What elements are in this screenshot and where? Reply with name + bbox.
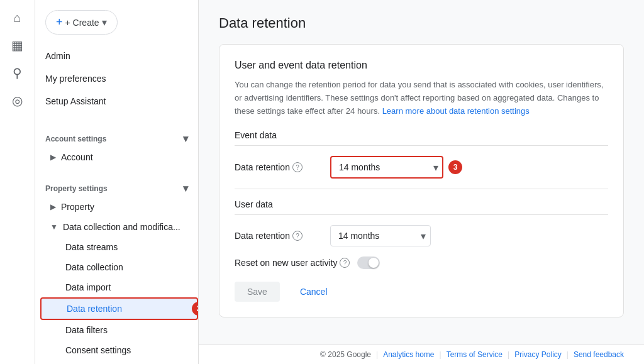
card-title: User and event data retention — [235, 60, 608, 71]
account-settings-caret-icon: ▾ — [183, 133, 188, 145]
reset-activity-help-icon[interactable]: ? — [340, 258, 350, 268]
data-collection-subitems: Data streams Data collection Data import… — [35, 237, 198, 360]
property-settings-header[interactable]: Property settings ▾ — [35, 177, 198, 197]
data-collection-arrow-icon: ▼ — [50, 223, 58, 231]
data-retention-wrapper: Data retention 2 — [40, 297, 198, 320]
cancel-button[interactable]: Cancel — [287, 282, 340, 302]
sidebar-item-admin[interactable]: Admin — [35, 45, 198, 67]
page-footer: © 2025 Google | Analytics home | Terms o… — [199, 345, 644, 364]
section-divider — [235, 189, 608, 189]
step-3-badge: 3 — [448, 160, 462, 174]
action-buttons: Save Cancel — [235, 282, 608, 302]
data-collection-label: Data collection and modifica... — [63, 222, 180, 232]
icon-rail: ⌂ ▦ ⚲ ◎ — [0, 0, 35, 364]
user-data-retention-row: Data retention ? 2 months 14 months 26 m… — [235, 225, 608, 246]
plus-icon: + — [56, 16, 63, 29]
sidebar-item-consent-settings[interactable]: Consent settings — [40, 340, 198, 360]
user-retention-dropdown-wrapper: 2 months 14 months 26 months 38 months 5… — [330, 225, 431, 246]
user-data-label: User data — [235, 199, 608, 215]
property-settings-caret-icon: ▾ — [183, 182, 188, 194]
card-description: You can change the retention period for … — [235, 79, 608, 118]
sidebar-item-data-filters[interactable]: Data filters — [40, 320, 198, 340]
analytics-home-link[interactable]: Analytics home — [383, 350, 434, 359]
reset-activity-toggle[interactable] — [357, 256, 380, 269]
sidebar-item-data-retention[interactable]: Data retention — [40, 297, 198, 320]
property-arrow-icon: ▶ — [50, 202, 56, 211]
sidebar-item-data-collection-sub[interactable]: Data collection — [40, 257, 198, 277]
account-label: Account — [61, 152, 93, 162]
sidebar-item-preferences[interactable]: My preferences — [35, 67, 198, 90]
sidebar-header: + + Create ▾ — [35, 0, 198, 40]
user-retention-help-icon[interactable]: ? — [292, 231, 303, 241]
copyright-text: © 2025 Google — [320, 350, 371, 359]
privacy-policy-link[interactable]: Privacy Policy — [514, 350, 562, 359]
reports-nav-icon[interactable]: ▦ — [5, 33, 30, 58]
account-settings-label: Account settings — [45, 135, 106, 143]
home-nav-icon[interactable]: ⌂ — [5, 5, 30, 30]
reset-activity-row: Reset on new user activity ? — [235, 256, 608, 269]
terms-of-service-link[interactable]: Terms of Service — [447, 350, 502, 359]
create-chevron-icon: ▾ — [102, 16, 107, 28]
create-label: + Create — [65, 18, 99, 28]
send-feedback-link[interactable]: Send feedback — [574, 350, 624, 359]
account-arrow-icon: ▶ — [50, 153, 56, 162]
account-settings-header[interactable]: Account settings ▾ — [35, 128, 198, 147]
event-retention-field-label: Data retention ? — [235, 162, 323, 172]
main-content: Data retention User and event data reten… — [199, 0, 644, 364]
sidebar-nav: Admin My preferences Setup Assistant — [35, 40, 198, 118]
advertising-nav-icon[interactable]: ◎ — [5, 88, 30, 113]
sidebar-item-data-import[interactable]: Data import — [40, 277, 198, 297]
event-retention-select[interactable]: 2 months 14 months 26 months 38 months 5… — [330, 156, 443, 179]
sidebar-item-data-streams[interactable]: Data streams — [40, 237, 198, 257]
create-button[interactable]: + + Create ▾ — [45, 10, 118, 35]
sidebar: + + Create ▾ Admin My preferences Setup … — [35, 0, 199, 364]
event-data-label: Event data — [235, 130, 608, 146]
sidebar-item-account[interactable]: ▶ Account — [35, 147, 198, 167]
property-settings-label: Property settings — [45, 184, 108, 193]
reset-activity-label: Reset on new user activity ? — [235, 258, 350, 268]
event-retention-help-icon[interactable]: ? — [292, 162, 303, 172]
save-button[interactable]: Save — [235, 282, 280, 302]
retention-card: User and event data retention You can ch… — [219, 44, 624, 317]
user-retention-select[interactable]: 2 months 14 months 26 months 38 months 5… — [330, 225, 431, 246]
page-title: Data retention — [219, 15, 624, 31]
sidebar-item-data-collection[interactable]: ▼ Data collection and modifica... — [35, 217, 198, 237]
sidebar-item-data-display[interactable]: ▶ Data display — [35, 360, 198, 364]
event-retention-dropdown-wrapper: 2 months 14 months 26 months 38 months 5… — [330, 156, 443, 179]
explore-nav-icon[interactable]: ⚲ — [5, 60, 30, 85]
sidebar-item-property[interactable]: ▶ Property — [35, 197, 198, 217]
user-retention-field-label: Data retention ? — [235, 231, 323, 241]
property-label: Property — [61, 202, 94, 212]
event-data-retention-row: Data retention ? 2 months 14 months 26 m… — [235, 156, 608, 179]
sidebar-item-setup[interactable]: Setup Assistant — [35, 90, 198, 113]
learn-more-link[interactable]: Learn more about data retention settings — [382, 106, 530, 116]
